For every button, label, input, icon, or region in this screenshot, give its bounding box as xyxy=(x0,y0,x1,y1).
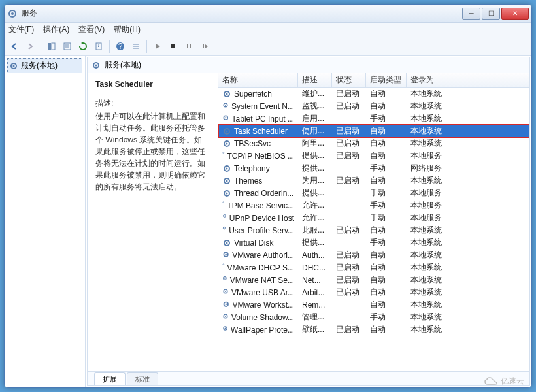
nav-tree[interactable]: 服务(本地) xyxy=(5,56,86,387)
cell-logon: 本地系统 xyxy=(407,113,529,124)
cell-name: Volume Shadow... xyxy=(218,313,298,322)
cell-desc: 提供... xyxy=(298,163,332,174)
column-headers: 名称 描述 状态 启动类型 登录为 xyxy=(218,73,529,88)
menu-help[interactable]: 帮助(H) xyxy=(114,24,141,35)
cell-logon: 本地系统 xyxy=(407,312,529,323)
service-row[interactable]: User Profile Serv...此服...已启动自动本地系统 xyxy=(218,224,529,237)
cell-startup: 手动 xyxy=(366,212,407,223)
svg-point-26 xyxy=(225,117,226,118)
list-button[interactable] xyxy=(129,39,143,54)
properties-button[interactable] xyxy=(60,39,75,54)
col-name[interactable]: 名称 xyxy=(218,73,298,87)
menu-file[interactable]: 文件(F) xyxy=(8,24,34,35)
minimize-button[interactable]: ─ xyxy=(462,8,480,20)
main-header-title: 服务(本地) xyxy=(105,59,141,71)
stop-button[interactable] xyxy=(166,39,180,54)
cell-name: Telephony xyxy=(218,164,298,173)
service-row[interactable]: Tablet PC Input ...启用...手动本地系统 xyxy=(218,112,529,125)
cell-logon: 本地系统 xyxy=(407,250,529,261)
forward-button[interactable] xyxy=(23,39,37,54)
cell-desc: Arbit... xyxy=(298,288,332,297)
cell-name: VMware Workst... xyxy=(218,301,298,310)
col-status[interactable]: 状态 xyxy=(332,73,366,87)
menu-view[interactable]: 查看(V) xyxy=(78,24,105,35)
service-row[interactable]: TCP/IP NetBIOS ...提供...已启动自动本地服务 xyxy=(218,150,529,162)
back-button[interactable] xyxy=(7,39,22,54)
cell-logon: 本地系统 xyxy=(407,175,529,186)
service-row[interactable]: TBSecSvc阿里...已启动自动本地系统 xyxy=(218,137,529,150)
service-row[interactable]: Themes为用...已启动自动本地系统 xyxy=(218,174,529,187)
service-row[interactable]: Thread Orderin...提供...手动本地服务 xyxy=(218,187,529,199)
cell-name: Thread Orderin... xyxy=(218,189,298,198)
cell-status: 已启动 xyxy=(332,175,366,186)
cell-desc: 允许... xyxy=(298,200,332,211)
gear-icon xyxy=(222,139,231,148)
cell-name: TBSecSvc xyxy=(218,139,298,148)
cell-status: 已启动 xyxy=(332,274,366,286)
svg-rect-3 xyxy=(52,43,55,50)
gear-icon xyxy=(222,152,225,161)
service-row[interactable]: Telephony提供...手动网络服务 xyxy=(218,162,529,174)
main-header: 服务(本地) xyxy=(88,57,529,73)
cell-status: 已启动 xyxy=(332,88,366,99)
cell-name: VMware DHCP S... xyxy=(218,263,298,272)
main-panel: 服务(本地) Task Scheduler 描述: 使用户可以在此计算机上配置和… xyxy=(87,57,530,386)
close-button[interactable]: ✕ xyxy=(501,8,529,20)
svg-point-40 xyxy=(223,202,224,203)
gear-icon xyxy=(222,276,227,285)
svg-rect-15 xyxy=(190,44,191,48)
cell-startup: 自动 xyxy=(366,324,407,335)
service-row[interactable]: TPM Base Servic...允许...手动本地服务 xyxy=(218,199,529,212)
svg-point-24 xyxy=(225,104,226,105)
help-button[interactable]: ? xyxy=(113,39,127,54)
service-row[interactable]: WallPaper Prote...壁纸...已启动自动本地系统 xyxy=(218,323,529,336)
cell-logon: 本地系统 xyxy=(407,299,529,310)
service-row[interactable]: VMware Workst...Rem...自动本地系统 xyxy=(218,299,529,311)
pause-button[interactable] xyxy=(182,39,196,54)
col-desc[interactable]: 描述 xyxy=(298,73,332,87)
svg-point-44 xyxy=(224,227,224,228)
tab-standard[interactable]: 标准 xyxy=(127,372,158,385)
cell-status: 已启动 xyxy=(332,324,366,335)
svg-text:?: ? xyxy=(118,42,123,51)
service-row[interactable]: UPnP Device Host允许...手动本地服务 xyxy=(218,212,529,224)
titlebar[interactable]: 服务 ─ ☐ ✕ xyxy=(5,5,531,23)
svg-point-60 xyxy=(225,327,226,329)
cell-desc: 阿里... xyxy=(298,138,332,149)
maximize-button[interactable]: ☐ xyxy=(482,8,500,20)
menu-action[interactable]: 操作(A) xyxy=(43,24,69,35)
tab-extended[interactable]: 扩展 xyxy=(94,372,126,385)
service-row[interactable]: VMware USB Ar...Arbit...已启动自动本地系统 xyxy=(218,286,529,299)
refresh-button[interactable] xyxy=(76,39,90,54)
service-row[interactable]: VMware DHCP S...DHC...已启动自动本地系统 xyxy=(218,261,529,274)
cell-desc: 管理... xyxy=(298,312,332,323)
service-row[interactable]: VMware NAT Se...Net...已启动自动本地系统 xyxy=(218,274,529,286)
svg-point-50 xyxy=(223,264,224,265)
cell-desc: 允许... xyxy=(298,212,332,223)
col-startup[interactable]: 启动类型 xyxy=(366,73,407,87)
cell-name: User Profile Serv... xyxy=(218,226,298,235)
service-row[interactable]: Task Scheduler使用...已启动自动本地系统 xyxy=(218,125,529,137)
show-hide-tree-button[interactable] xyxy=(44,39,59,54)
service-row[interactable]: Volume Shadow...管理...手动本地系统 xyxy=(218,311,529,323)
col-logon[interactable]: 登录为 xyxy=(407,73,529,87)
svg-point-38 xyxy=(226,192,228,194)
svg-point-22 xyxy=(226,93,228,95)
export-button[interactable] xyxy=(92,39,106,54)
service-row[interactable]: Superfetch维护...已启动自动本地系统 xyxy=(218,88,529,100)
cell-name: Task Scheduler xyxy=(218,127,298,136)
start-button[interactable] xyxy=(150,39,165,54)
service-row[interactable]: VMware Authori...Auth...已启动自动本地系统 xyxy=(218,249,529,261)
cell-desc: Auth... xyxy=(298,251,332,260)
cell-logon: 本地系统 xyxy=(407,237,529,248)
service-row[interactable]: System Event N...监视...已启动自动本地系统 xyxy=(218,100,529,112)
gear-icon xyxy=(222,238,231,248)
cell-name: WallPaper Prote... xyxy=(218,325,298,335)
service-row[interactable]: Virtual Disk提供...手动本地系统 xyxy=(218,237,529,249)
restart-button[interactable] xyxy=(197,39,212,54)
nav-root-node[interactable]: 服务(本地) xyxy=(7,58,82,73)
selected-service-title: Task Scheduler xyxy=(95,80,210,89)
cell-startup: 自动 xyxy=(366,150,407,161)
list-body[interactable]: Superfetch维护...已启动自动本地系统System Event N..… xyxy=(218,88,529,371)
svg-point-42 xyxy=(224,215,225,216)
